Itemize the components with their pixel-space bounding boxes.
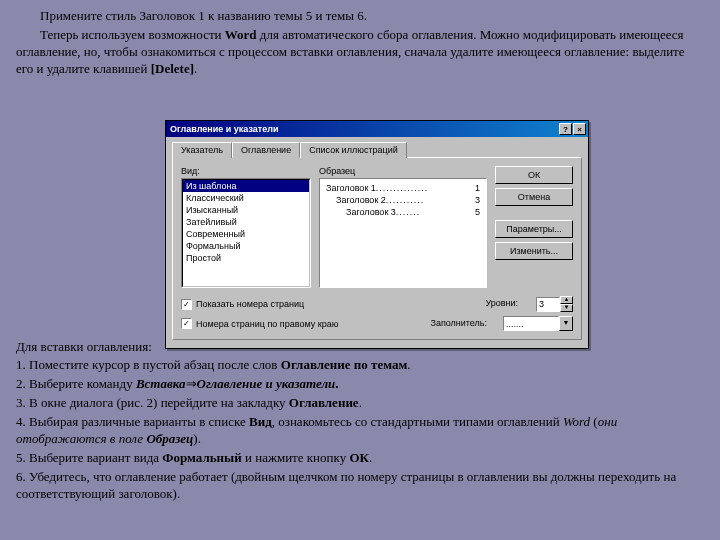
list-item[interactable]: Изысканный [183,204,309,216]
step-4: 4. Выбирая различные варианты в списке В… [16,414,704,448]
show-pages-checkbox[interactable]: ✓ Показать номера страниц [181,299,304,310]
ok-button[interactable]: ОК [495,166,573,184]
step-3: 3. В окне диалога (рис. 2) перейдите на … [16,395,704,412]
list-item[interactable]: Классический [183,192,309,204]
help-button[interactable]: ? [559,123,572,135]
tab-index[interactable]: Указатель [172,142,232,158]
step-2: 2. Выберите команду Вставка⇒Оглавление и… [16,376,704,393]
params-button[interactable]: Параметры... [495,220,573,238]
list-item[interactable]: Затейливый [183,216,309,228]
list-item[interactable]: Современный [183,228,309,240]
fill-label: Заполнитель: [430,318,487,328]
list-item[interactable]: Формальный [183,240,309,252]
chevron-down-icon[interactable]: ▼ [559,316,573,331]
preview-box: Заголовок 1...............1 Заголовок 2.… [319,178,487,288]
list-item[interactable]: Из шаблона [183,180,309,192]
list-item[interactable]: Простой [183,252,309,264]
dialog-titlebar[interactable]: Оглавление и указатели ? × [166,121,588,137]
vid-listbox[interactable]: Из шаблона Классический Изысканный Затей… [181,178,311,288]
levels-input[interactable] [536,297,560,312]
check-icon: ✓ [181,299,192,310]
modify-button[interactable]: Изменить... [495,242,573,260]
step-5: 5. Выберите вариант вида Формальный и на… [16,450,704,467]
fill-input[interactable] [503,316,559,331]
sample-label: Образец [319,166,487,176]
tab-strip: Указатель Оглавление Список иллюстраций [172,142,582,158]
tab-illustrations[interactable]: Список иллюстраций [300,142,407,158]
cancel-button[interactable]: Отмена [495,188,573,206]
tab-panel: Вид: Из шаблона Классический Изысканный … [172,157,582,340]
levels-spinner[interactable]: ▲▼ [536,296,573,312]
dialog-title: Оглавление и указатели [168,124,559,134]
spin-down-icon[interactable]: ▼ [560,304,573,312]
instruction-para-1: Примените стиль Заголовок 1 к названию т… [16,8,704,25]
toc-dialog: Оглавление и указатели ? × Указатель Огл… [165,120,589,349]
levels-label: Уровни: [485,298,518,308]
check-icon: ✓ [181,318,192,329]
instruction-para-2: Теперь используем возможности Word для а… [16,27,704,78]
step-6: 6. Убедитесь, что оглавление работает (д… [16,469,704,503]
right-align-checkbox[interactable]: ✓ Номера страниц по правому краю [181,318,338,329]
fill-combo[interactable]: ▼ [503,316,573,331]
tab-toc[interactable]: Оглавление [232,142,300,158]
vid-label: Вид: [181,166,311,176]
close-button[interactable]: × [573,123,586,135]
spin-up-icon[interactable]: ▲ [560,296,573,304]
step-1: 1. Поместите курсор в пустой абзац после… [16,357,704,374]
